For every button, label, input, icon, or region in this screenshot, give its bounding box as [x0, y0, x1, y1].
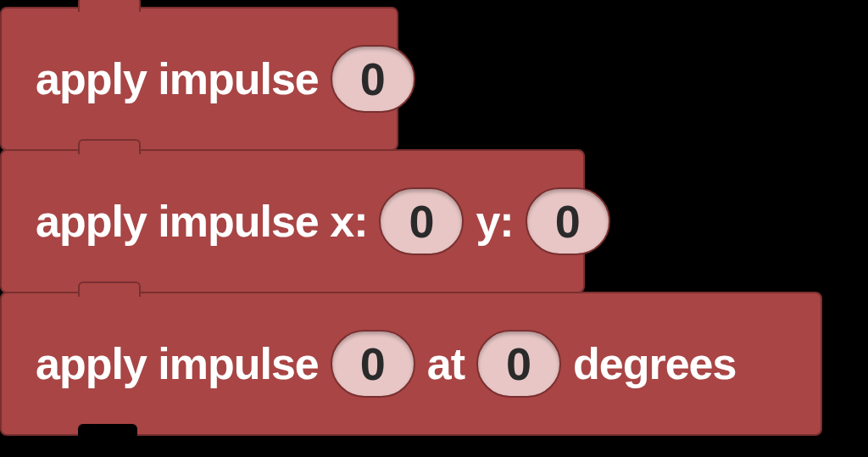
apply-impulse-angle-block[interactable]: apply impulse 0 at 0 degrees — [0, 292, 822, 436]
impulse-value-input[interactable]: 0 — [331, 45, 415, 113]
block-stack: apply impulse 0 apply impulse x: 0 y: 0 … — [0, 0, 822, 436]
impulse-magnitude-input[interactable]: 0 — [331, 330, 415, 398]
block-label: apply impulse — [36, 338, 319, 389]
block-label: degrees — [573, 338, 736, 389]
block-label: apply impulse — [36, 53, 319, 104]
input-value: 0 — [506, 337, 531, 390]
block-label: y: — [476, 196, 513, 247]
block-label: at — [427, 338, 465, 389]
input-value: 0 — [409, 195, 434, 248]
impulse-x-input[interactable]: 0 — [379, 187, 464, 255]
impulse-y-input[interactable]: 0 — [526, 187, 610, 255]
input-value: 0 — [360, 53, 386, 105]
apply-impulse-xy-block[interactable]: apply impulse x: 0 y: 0 — [0, 149, 585, 293]
impulse-angle-input[interactable]: 0 — [476, 330, 561, 398]
apply-impulse-block[interactable]: apply impulse 0 — [0, 7, 398, 151]
input-value: 0 — [360, 337, 386, 390]
block-label: apply impulse x: — [36, 196, 367, 247]
input-value: 0 — [555, 195, 581, 248]
